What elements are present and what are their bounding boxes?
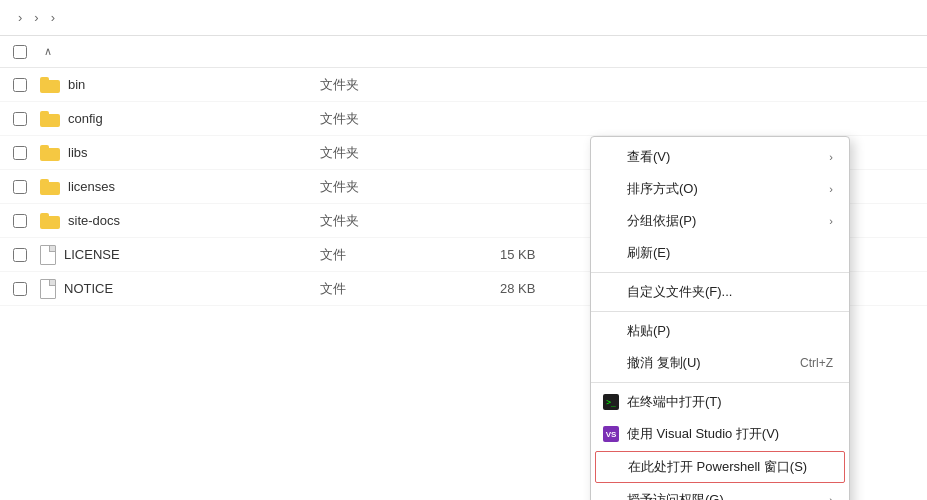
table-row[interactable]: config 文件夹 bbox=[0, 102, 927, 136]
file-type-label: 文件夹 bbox=[320, 77, 359, 92]
file-type-label: 文件夹 bbox=[320, 111, 359, 126]
menu-divider bbox=[591, 382, 849, 383]
row-checkbox[interactable] bbox=[13, 112, 27, 126]
row-checkbox-col bbox=[0, 78, 40, 92]
menu-item-powershell[interactable]: 在此处打开 Powershell 窗口(S) bbox=[595, 451, 845, 483]
menu-item-left: VS 使用 Visual Studio 打开(V) bbox=[603, 425, 779, 443]
file-name-cell: config bbox=[40, 111, 320, 127]
file-type-label: 文件 bbox=[320, 281, 346, 296]
file-type-label: 文件夹 bbox=[320, 213, 359, 228]
menu-item-left: 授予访问权限(G) bbox=[603, 491, 724, 500]
file-name-label: bin bbox=[68, 77, 85, 92]
file-type-label: 文件 bbox=[320, 247, 346, 262]
menu-item-left: >_ 在终端中打开(T) bbox=[603, 393, 722, 411]
file-type-cell: 文件夹 bbox=[320, 212, 500, 230]
file-name-label: config bbox=[68, 111, 103, 126]
file-type-label: 文件夹 bbox=[320, 145, 359, 160]
file-icon bbox=[40, 245, 56, 265]
folder-icon bbox=[40, 145, 60, 161]
menu-item-paste[interactable]: 粘贴(P) bbox=[591, 315, 849, 347]
submenu-arrow-icon: › bbox=[829, 183, 833, 195]
menu-item-left: 排序方式(O) bbox=[603, 180, 698, 198]
file-type-label: 文件夹 bbox=[320, 179, 359, 194]
file-name-cell: NOTICE bbox=[40, 279, 320, 299]
folder-icon bbox=[40, 179, 60, 195]
file-size-label: 28 KB bbox=[500, 281, 535, 296]
context-menu: 查看(V) › 排序方式(O) › 分组依据(P) › 刷新(E) 自定义文件夹… bbox=[590, 136, 850, 500]
menu-item-label: 刷新(E) bbox=[627, 244, 670, 262]
menu-item-icon bbox=[604, 459, 620, 475]
table-row[interactable]: bin 文件夹 bbox=[0, 68, 927, 102]
menu-item-sort[interactable]: 排序方式(O) › bbox=[591, 173, 849, 205]
menu-item-terminal[interactable]: >_ 在终端中打开(T) bbox=[591, 386, 849, 418]
menu-item-label: 排序方式(O) bbox=[627, 180, 698, 198]
menu-item-left: 粘贴(P) bbox=[603, 322, 670, 340]
sep-2: › bbox=[32, 10, 40, 25]
menu-item-customize[interactable]: 自定义文件夹(F)... bbox=[591, 276, 849, 308]
menu-shortcut: Ctrl+Z bbox=[800, 356, 833, 370]
file-list-area: ∧ bin 文件夹 config 文件夹 bbox=[0, 36, 927, 500]
menu-item-left: 在此处打开 Powershell 窗口(S) bbox=[604, 458, 807, 476]
select-all-checkbox[interactable] bbox=[13, 45, 27, 59]
menu-item-icon bbox=[603, 284, 619, 300]
menu-divider bbox=[591, 272, 849, 273]
row-checkbox-col bbox=[0, 146, 40, 160]
file-type-cell: 文件夹 bbox=[320, 110, 500, 128]
menu-divider bbox=[591, 311, 849, 312]
menu-item-left: 分组依据(P) bbox=[603, 212, 696, 230]
menu-item-label: 在终端中打开(T) bbox=[627, 393, 722, 411]
file-name-cell: bin bbox=[40, 77, 320, 93]
menu-item-vscode[interactable]: VS 使用 Visual Studio 打开(V) bbox=[591, 418, 849, 450]
menu-item-icon bbox=[603, 323, 619, 339]
column-name-header[interactable]: ∧ bbox=[40, 45, 320, 58]
file-name-cell: LICENSE bbox=[40, 245, 320, 265]
header-checkbox-col bbox=[0, 45, 40, 59]
menu-item-left: 查看(V) bbox=[603, 148, 670, 166]
menu-item-label: 查看(V) bbox=[627, 148, 670, 166]
row-checkbox-col bbox=[0, 112, 40, 126]
folder-icon bbox=[40, 77, 60, 93]
file-type-cell: 文件夹 bbox=[320, 76, 500, 94]
menu-item-label: 自定义文件夹(F)... bbox=[627, 283, 732, 301]
file-name-label: NOTICE bbox=[64, 281, 113, 296]
menu-item-access[interactable]: 授予访问权限(G) › bbox=[591, 484, 849, 500]
row-checkbox[interactable] bbox=[13, 78, 27, 92]
row-checkbox[interactable] bbox=[13, 180, 27, 194]
folder-icon bbox=[40, 111, 60, 127]
file-size-cell: 28 KB bbox=[500, 281, 600, 296]
vscode-icon: VS bbox=[603, 426, 619, 442]
submenu-arrow-icon: › bbox=[829, 494, 833, 500]
file-type-cell: 文件 bbox=[320, 246, 500, 264]
row-checkbox[interactable] bbox=[13, 146, 27, 160]
menu-item-icon bbox=[603, 149, 619, 165]
menu-item-icon bbox=[603, 245, 619, 261]
menu-item-view[interactable]: 查看(V) › bbox=[591, 141, 849, 173]
menu-item-undocopy[interactable]: 撤消 复制(U) Ctrl+Z bbox=[591, 347, 849, 379]
file-size-cell: 15 KB bbox=[500, 247, 600, 262]
submenu-arrow-icon: › bbox=[829, 151, 833, 163]
folder-icon bbox=[40, 213, 60, 229]
menu-item-label: 分组依据(P) bbox=[627, 212, 696, 230]
sep-1: › bbox=[16, 10, 24, 25]
file-name-label: libs bbox=[68, 145, 88, 160]
menu-item-left: 自定义文件夹(F)... bbox=[603, 283, 732, 301]
row-checkbox[interactable] bbox=[13, 282, 27, 296]
menu-item-icon bbox=[603, 492, 619, 500]
file-name-cell: site-docs bbox=[40, 213, 320, 229]
menu-item-label: 撤消 复制(U) bbox=[627, 354, 701, 372]
sort-arrow-icon: ∧ bbox=[44, 45, 52, 58]
menu-item-group[interactable]: 分组依据(P) › bbox=[591, 205, 849, 237]
menu-item-label: 粘贴(P) bbox=[627, 322, 670, 340]
row-checkbox-col bbox=[0, 180, 40, 194]
menu-item-refresh[interactable]: 刷新(E) bbox=[591, 237, 849, 269]
terminal-icon: >_ bbox=[603, 394, 619, 410]
row-checkbox-col bbox=[0, 282, 40, 296]
row-checkbox[interactable] bbox=[13, 248, 27, 262]
row-checkbox[interactable] bbox=[13, 214, 27, 228]
menu-item-icon bbox=[603, 181, 619, 197]
file-name-label: site-docs bbox=[68, 213, 120, 228]
file-icon bbox=[40, 279, 56, 299]
menu-item-icon bbox=[603, 355, 619, 371]
file-type-cell: 文件 bbox=[320, 280, 500, 298]
menu-item-label: 在此处打开 Powershell 窗口(S) bbox=[628, 458, 807, 476]
